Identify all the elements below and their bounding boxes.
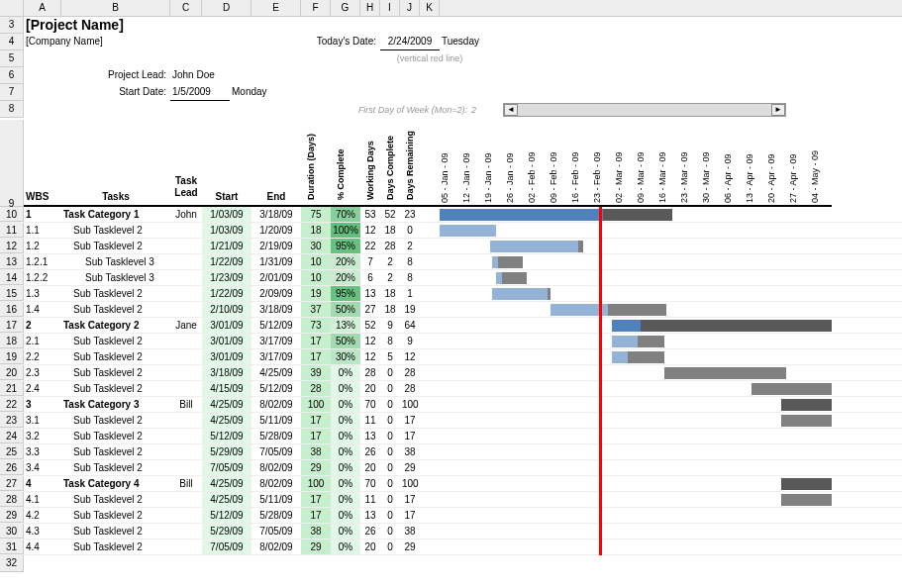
lead-cell[interactable]	[170, 492, 202, 507]
days-complete-cell[interactable]: 0	[380, 444, 400, 459]
row-header[interactable]: 19	[0, 349, 24, 364]
lead-cell[interactable]: Jane	[170, 318, 202, 333]
days-complete-cell[interactable]: 9	[380, 318, 400, 333]
col-wbs[interactable]: WBS	[24, 118, 61, 207]
duration-cell[interactable]: 19	[301, 286, 331, 301]
task-cell[interactable]: Sub Tasklevel 2	[61, 302, 170, 317]
days-remaining-cell[interactable]: 38	[400, 524, 420, 539]
row-header[interactable]: 22	[0, 397, 24, 412]
row-header[interactable]: 31	[0, 539, 24, 554]
duration-cell[interactable]: 10	[301, 254, 331, 269]
pct-cell[interactable]: 95%	[331, 286, 360, 301]
wbs-cell[interactable]: 3	[24, 397, 61, 412]
working-days-cell[interactable]: 13	[360, 429, 380, 443]
duration-cell[interactable]: 29	[301, 460, 331, 475]
working-days-cell[interactable]: 12	[360, 223, 380, 238]
duration-cell[interactable]: 100	[301, 397, 331, 412]
spacer-cell[interactable]	[420, 270, 440, 285]
working-days-cell[interactable]: 27	[360, 302, 380, 317]
start-cell[interactable]: 7/05/09	[202, 460, 251, 475]
working-days-cell[interactable]: 20	[360, 381, 380, 396]
end-cell[interactable]: 1/20/09	[251, 223, 301, 238]
pct-cell[interactable]: 0%	[331, 397, 360, 412]
task-cell[interactable]: Task Category 4	[61, 476, 170, 491]
date-header[interactable]: 16 - Mar - 09	[657, 121, 679, 205]
end-cell[interactable]: 5/12/09	[251, 381, 301, 396]
end-cell[interactable]: 3/18/09	[251, 207, 301, 222]
working-days-cell[interactable]: 11	[360, 413, 380, 428]
pct-cell[interactable]: 50%	[331, 302, 360, 317]
col-remaining[interactable]: Days Remaining	[402, 118, 418, 202]
scroll-left-icon[interactable]: ◄	[504, 104, 518, 116]
row-header[interactable]: 16	[0, 302, 24, 317]
days-remaining-cell[interactable]: 29	[400, 539, 420, 554]
duration-cell[interactable]: 30	[301, 239, 331, 253]
row-header[interactable]: 13	[0, 254, 24, 269]
gantt-bar-complete[interactable]	[440, 209, 603, 221]
end-cell[interactable]: 5/11/09	[251, 413, 301, 428]
days-complete-cell[interactable]: 0	[380, 524, 400, 539]
row-header[interactable]: 5	[0, 50, 24, 67]
working-days-cell[interactable]: 12	[360, 334, 380, 348]
start-cell[interactable]: 7/05/09	[202, 539, 251, 554]
start-cell[interactable]: 1/03/09	[202, 223, 251, 238]
task-cell[interactable]: Sub Tasklevel 3	[61, 254, 170, 269]
days-remaining-cell[interactable]: 17	[400, 492, 420, 507]
spacer-cell[interactable]	[420, 413, 440, 428]
working-days-cell[interactable]: 28	[360, 365, 380, 380]
date-header[interactable]: 04 - May - 09	[810, 121, 832, 205]
row-header[interactable]: 25	[0, 444, 24, 459]
col-header-D[interactable]: D	[202, 0, 251, 16]
pct-cell[interactable]: 50%	[331, 334, 360, 348]
gantt-bar-complete[interactable]	[612, 351, 628, 363]
today-date[interactable]: 2/24/2009	[380, 34, 440, 50]
duration-cell[interactable]: 38	[301, 524, 331, 539]
days-complete-cell[interactable]: 18	[380, 302, 400, 317]
col-header-I[interactable]: I	[380, 0, 400, 16]
col-duration[interactable]: Duration (Days)	[303, 118, 319, 202]
gantt-bar-remaining[interactable]	[781, 494, 832, 506]
lead-cell[interactable]	[170, 223, 202, 238]
col-header-J[interactable]: J	[400, 0, 420, 16]
pct-cell[interactable]: 0%	[331, 429, 360, 443]
spacer-cell[interactable]	[420, 429, 440, 443]
start-cell[interactable]: 3/01/09	[202, 349, 251, 364]
end-cell[interactable]: 7/05/09	[251, 524, 301, 539]
task-cell[interactable]: Sub Tasklevel 2	[61, 508, 170, 523]
end-cell[interactable]: 1/31/09	[251, 254, 301, 269]
spacer-cell[interactable]	[420, 254, 440, 269]
task-cell[interactable]: Sub Tasklevel 2	[61, 460, 170, 475]
days-complete-cell[interactable]: 0	[380, 397, 400, 412]
lead-cell[interactable]	[170, 539, 202, 554]
date-header[interactable]: 23 - Mar - 09	[679, 121, 701, 205]
days-remaining-cell[interactable]: 8	[400, 254, 420, 269]
spacer-cell[interactable]	[420, 539, 440, 554]
working-days-cell[interactable]: 70	[360, 476, 380, 491]
row-header[interactable]: 8	[0, 101, 24, 118]
days-remaining-cell[interactable]: 9	[400, 334, 420, 348]
gantt-bar-complete[interactable]	[490, 241, 579, 252]
pct-cell[interactable]: 0%	[331, 365, 360, 380]
start-cell[interactable]: 4/25/09	[202, 397, 251, 412]
date-header[interactable]: 20 - Apr - 09	[766, 121, 788, 205]
start-cell[interactable]: 5/12/09	[202, 508, 251, 523]
date-header[interactable]: 13 - Apr - 09	[745, 121, 766, 205]
days-complete-cell[interactable]: 0	[380, 429, 400, 443]
task-cell[interactable]: Sub Tasklevel 2	[61, 381, 170, 396]
gantt-bar-remaining[interactable]	[781, 415, 832, 427]
end-cell[interactable]: 8/02/09	[251, 539, 301, 554]
pct-cell[interactable]: 0%	[331, 413, 360, 428]
task-cell[interactable]: Sub Tasklevel 2	[61, 429, 170, 443]
duration-cell[interactable]: 17	[301, 349, 331, 364]
end-cell[interactable]: 8/02/09	[251, 476, 301, 491]
days-remaining-cell[interactable]: 100	[400, 397, 420, 412]
end-cell[interactable]: 7/05/09	[251, 444, 301, 459]
pct-cell[interactable]: 0%	[331, 460, 360, 475]
start-cell[interactable]: 2/10/09	[202, 302, 251, 317]
wbs-cell[interactable]: 1.3	[24, 286, 61, 301]
col-pct[interactable]: % Complete	[333, 118, 349, 202]
days-complete-cell[interactable]: 0	[380, 476, 400, 491]
duration-cell[interactable]: 29	[301, 539, 331, 554]
working-days-cell[interactable]: 13	[360, 286, 380, 301]
scroll-right-icon[interactable]: ►	[771, 104, 785, 116]
